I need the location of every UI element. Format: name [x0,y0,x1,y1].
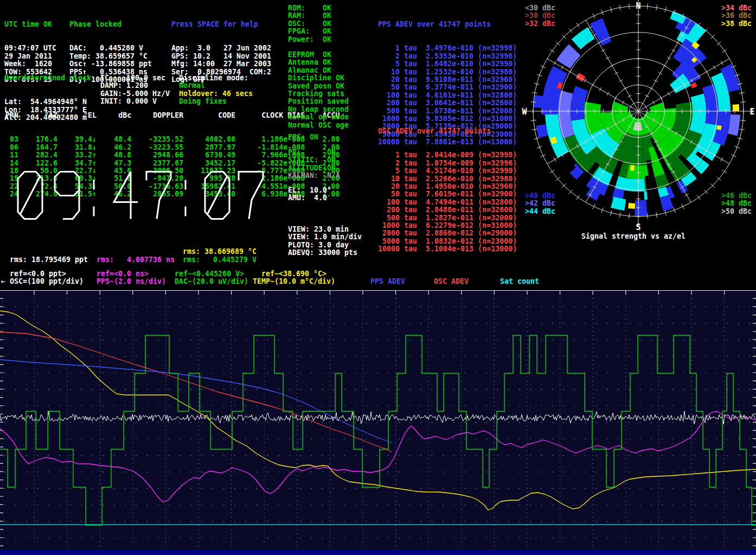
view-line: VIEW: 23.0 min [288,226,362,233]
ref-pps: ref=<0.0 ns> [97,270,149,278]
status-line: Antenna OK [288,59,349,66]
status-line: OSC: OK [288,20,331,28]
phase-title: Phase locked [69,21,152,28]
osc-adev-row: 1 tau 2.0414e-009 (n=32998) [378,151,517,159]
ref-osc: ref=<0.0 ppt> [10,270,66,278]
pps-adev-row: 2 tau 2.5353e-010 (n=32996) [378,53,517,60]
legend-osc-adev: OSC ADEV [434,277,469,285]
pps-adev-row: 10 tau 1.2532e-010 (n=32980) [378,68,517,76]
osc-adev-row: 10 tau 2.5266e-010 (n=32980) [378,175,517,183]
discipline-line: Discipline mode: [179,74,253,82]
osc-adev-row: 5000 tau 1.0832e-012 (n=23000) [378,238,517,245]
status-line: FPGA: OK [288,28,331,35]
mask-line: EL: 10.0° [288,187,331,194]
plot-background [0,290,756,555]
pps-adev-row: 100 tau 4.6161e-011 (n=32800) [378,92,517,99]
status-line: ALTITUDE:ON [288,164,340,172]
polar-signal-arc [612,101,628,113]
clock-glyph-stroke [239,172,263,219]
status-line: Tracking sats [288,90,349,98]
clock-glyph-stroke [146,172,171,219]
status-line: PPS: ON [288,133,318,141]
pps-adev-row: 1 tau 3.4976e-010 (n=32998) [378,44,517,52]
status-line: Normal OSC age [288,122,349,129]
scale-pps: PPS~(2.0 ns/div) [97,277,166,285]
polar-caption: Signal strength vs az/el [581,232,685,240]
plot-bottom-band [0,550,756,555]
phase-line: DAC: 0.445280 V [69,44,152,52]
legend-pps-adev: PPS ADEV [370,277,405,285]
status-line: RAM: OK [288,12,331,20]
view-line: VIEW: 1.0 min/div [288,233,362,241]
lady-heather-screen[interactable]: UTC time OK 09:47:07 UTC29 Jan 2011Week:… [0,0,756,555]
pps-adev-title: PPS ADEV over 41747 points [378,21,517,28]
status-line: Saved posn OK [288,82,349,90]
status-line: Almanac OK [288,67,349,74]
osc-adev-row: 500 tau 1.2827e-011 (n=32000) [378,214,517,222]
osc-adev-row: 1000 tau 6.2279e-012 (n=31000) [378,222,517,229]
rms-temp: rms: 38.669689 °C [183,247,257,256]
status-modes: PV: ONSTATIC: ONALTITUDE:ONKALMAN: N/A [288,149,340,180]
legend-sat-count: Sat count [500,277,539,285]
signal-strength-polar-map: NESW [515,0,756,242]
polar-signal-arc [700,71,712,80]
clock-glyph-stroke [55,172,79,196]
status-line: ROM: OK [288,4,331,12]
polar-signal-arc [533,95,544,108]
ref-temp: ref~<38.690 °C> [261,270,326,278]
status-gps: EEPROM OKAntenna OKAlmanac OKDiscipline … [288,51,349,129]
polar-signal-arc [576,73,586,81]
pps-adev-row: 5 tau 1.6482e-010 (n=32990) [378,60,517,68]
discipline-line: Normal [179,82,253,90]
rms-osc: rms: 18.795469 ppt [10,256,88,264]
status-line: Position saved [288,98,349,105]
history-plot [0,290,756,555]
osc-adev-row: 2000 tau 2.8868e-012 (n=29000) [378,229,517,237]
view-line: PLOTQ: 3.0 day [288,241,362,249]
status-pps: PPS: ON [288,133,318,141]
osc-adev-row: 10000 tau 5.1004e-013 (n=13000) [378,245,517,253]
status-receiver: ROM: OKRAM: OKOSC: OKFPGA: OKPower: OK [288,4,331,43]
osc-adev-row: 20 tau 1.4950e-010 (n=32960) [378,183,517,190]
scale-temp: TEMP~(10.0 m°C/div) [253,277,335,285]
compass-label-e: E [749,107,754,117]
position-title: Overdetermined clock [4,74,91,82]
loop-line: TC: 100.0 sec [100,74,170,82]
help-title: Press SPACE for help [171,21,271,28]
clock-glyph-stroke [20,176,40,215]
polar-signal-arc [556,44,581,68]
help-line: App: 3.0 27 Jun 2002 [171,44,271,52]
ref-dac: ref~<0.445260 V> [175,270,244,278]
status-line: Normal op mode [288,113,349,121]
clock-glyph-stroke [207,176,227,215]
osc-adev-row: 200 tau 2.8488e-011 (n=32600) [378,206,517,214]
status-line: No leap second [288,106,349,113]
pps-adev-row: 200 tau 3.0641e-011 (n=32600) [378,99,517,107]
polar-signal-arc [572,27,595,49]
scale-dac: DAC~(20.0 uV/div) [175,277,248,285]
compass-label-s: S [636,222,640,232]
osc-adev-title: OSC ADEV over 41747 points [378,127,517,135]
pps-adev-row: 50 tau 6.3774e-011 (n=32900) [378,84,517,91]
status-line: STATIC: ON [288,156,340,164]
status-masks: EL: 10.0°AMU: 4.0 [288,187,331,202]
polar-signal-arc [611,197,626,211]
compass-label-w: W [522,107,527,117]
osc-adev-table: OSC ADEV over 41747 points 1 tau 2.0414e… [378,111,517,269]
osc-adev-row: 100 tau 4.7494e-011 (n=32800) [378,199,517,206]
compass-label-n: N [636,1,640,11]
status-line: KALMAN: N/A [288,172,340,180]
rms-dac: rms: 0.445279 V [183,256,257,264]
polar-signal-arc [650,103,664,114]
osc-adev-row: 50 tau 7.6019e-011 (n=32900) [378,190,517,198]
clock-glyph-stroke [114,172,138,202]
view-block: VIEW: 23.0 minVIEW: 1.0 min/divPLOTQ: 3.… [288,226,362,257]
mask-line: AMU: 4.0 [288,194,331,202]
osc-adev-row: 5 tau 4.5174e-010 (n=32990) [378,167,517,175]
view-line: ADEVQ: 33000 pts [288,249,362,257]
utc-time-title: UTC time OK [4,21,56,28]
big-digital-clock [16,171,266,220]
utc-time-line: 09:47:07 UTC [4,44,56,52]
polar-signal-arc [628,203,635,209]
loop-line: DAMP: 1.200 [100,82,170,90]
